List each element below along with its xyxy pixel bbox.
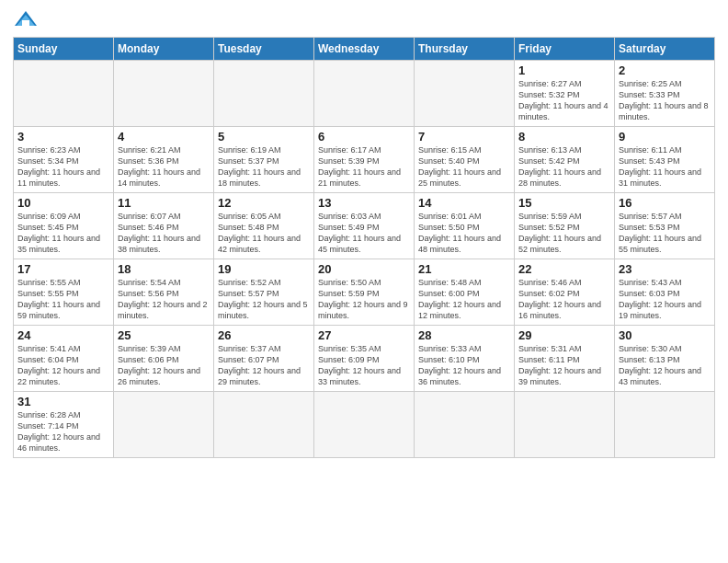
calendar-cell: 20Sunrise: 5:50 AM Sunset: 5:59 PM Dayli… bbox=[314, 259, 415, 326]
day-number: 31 bbox=[17, 395, 109, 408]
calendar-cell bbox=[415, 61, 515, 127]
day-number: 18 bbox=[118, 262, 210, 276]
day-info: Sunrise: 5:48 AM Sunset: 6:00 PM Dayligh… bbox=[418, 277, 510, 322]
logo bbox=[13, 9, 44, 29]
calendar-cell: 27Sunrise: 5:35 AM Sunset: 6:09 PM Dayli… bbox=[314, 326, 415, 392]
day-number: 1 bbox=[518, 63, 610, 77]
day-info: Sunrise: 6:15 AM Sunset: 5:40 PM Dayligh… bbox=[418, 144, 510, 190]
day-number: 9 bbox=[619, 130, 711, 144]
calendar-cell bbox=[14, 61, 114, 127]
day-info: Sunrise: 5:54 AM Sunset: 5:56 PM Dayligh… bbox=[118, 277, 210, 322]
day-info: Sunrise: 5:39 AM Sunset: 6:06 PM Dayligh… bbox=[118, 343, 210, 388]
day-number: 22 bbox=[518, 262, 610, 276]
calendar-cell: 16Sunrise: 5:57 AM Sunset: 5:53 PM Dayli… bbox=[615, 193, 715, 259]
day-info: Sunrise: 6:27 AM Sunset: 5:32 PM Dayligh… bbox=[518, 78, 610, 123]
day-number: 3 bbox=[17, 130, 109, 144]
day-number: 20 bbox=[318, 262, 410, 276]
calendar-cell: 25Sunrise: 5:39 AM Sunset: 6:06 PM Dayli… bbox=[114, 326, 214, 392]
calendar-table: SundayMondayTuesdayWednesdayThursdayFrid… bbox=[13, 37, 715, 458]
week-row-5: 24Sunrise: 5:41 AM Sunset: 6:04 PM Dayli… bbox=[14, 326, 715, 392]
calendar-cell: 2Sunrise: 6:25 AM Sunset: 5:33 PM Daylig… bbox=[615, 61, 715, 127]
calendar-cell: 28Sunrise: 5:33 AM Sunset: 6:10 PM Dayli… bbox=[415, 326, 515, 392]
day-info: Sunrise: 6:09 AM Sunset: 5:45 PM Dayligh… bbox=[17, 211, 109, 256]
day-info: Sunrise: 6:28 AM Sunset: 7:14 PM Dayligh… bbox=[17, 409, 109, 454]
calendar-cell: 3Sunrise: 6:23 AM Sunset: 5:34 PM Daylig… bbox=[14, 127, 114, 193]
calendar-cell: 18Sunrise: 5:54 AM Sunset: 5:56 PM Dayli… bbox=[114, 259, 214, 326]
day-info: Sunrise: 6:21 AM Sunset: 5:36 PM Dayligh… bbox=[118, 144, 210, 190]
calendar-cell: 11Sunrise: 6:07 AM Sunset: 5:46 PM Dayli… bbox=[114, 193, 214, 259]
calendar-cell: 19Sunrise: 5:52 AM Sunset: 5:57 PM Dayli… bbox=[214, 259, 314, 326]
day-number: 30 bbox=[619, 328, 711, 342]
week-row-3: 10Sunrise: 6:09 AM Sunset: 5:45 PM Dayli… bbox=[14, 193, 715, 259]
calendar-cell: 7Sunrise: 6:15 AM Sunset: 5:40 PM Daylig… bbox=[415, 127, 515, 193]
day-number: 28 bbox=[418, 328, 510, 342]
day-info: Sunrise: 5:43 AM Sunset: 6:03 PM Dayligh… bbox=[619, 277, 711, 322]
day-info: Sunrise: 5:33 AM Sunset: 6:10 PM Dayligh… bbox=[418, 343, 510, 388]
calendar-cell: 1Sunrise: 6:27 AM Sunset: 5:32 PM Daylig… bbox=[515, 61, 615, 127]
day-number: 6 bbox=[318, 130, 410, 144]
calendar-cell: 22Sunrise: 5:46 AM Sunset: 6:02 PM Dayli… bbox=[515, 259, 615, 326]
calendar-cell bbox=[214, 392, 314, 458]
day-info: Sunrise: 5:59 AM Sunset: 5:52 PM Dayligh… bbox=[518, 211, 610, 256]
day-info: Sunrise: 5:50 AM Sunset: 5:59 PM Dayligh… bbox=[318, 277, 410, 322]
day-number: 4 bbox=[118, 130, 210, 144]
weekday-header-friday: Friday bbox=[515, 38, 615, 61]
week-row-4: 17Sunrise: 5:55 AM Sunset: 5:55 PM Dayli… bbox=[14, 259, 715, 326]
day-info: Sunrise: 5:57 AM Sunset: 5:53 PM Dayligh… bbox=[619, 211, 711, 256]
day-number: 17 bbox=[17, 262, 109, 276]
day-number: 11 bbox=[118, 196, 210, 210]
logo-area bbox=[13, 9, 44, 29]
day-number: 19 bbox=[218, 262, 310, 276]
day-info: Sunrise: 5:35 AM Sunset: 6:09 PM Dayligh… bbox=[318, 343, 410, 388]
day-info: Sunrise: 6:01 AM Sunset: 5:50 PM Dayligh… bbox=[418, 211, 510, 256]
weekday-header-tuesday: Tuesday bbox=[214, 38, 314, 61]
calendar-cell: 17Sunrise: 5:55 AM Sunset: 5:55 PM Dayli… bbox=[14, 259, 114, 326]
day-number: 27 bbox=[318, 328, 410, 342]
day-info: Sunrise: 5:30 AM Sunset: 6:13 PM Dayligh… bbox=[619, 343, 711, 388]
calendar-cell bbox=[415, 392, 515, 458]
calendar-cell bbox=[114, 392, 214, 458]
week-row-1: 1Sunrise: 6:27 AM Sunset: 5:32 PM Daylig… bbox=[14, 61, 715, 127]
calendar-cell: 4Sunrise: 6:21 AM Sunset: 5:36 PM Daylig… bbox=[114, 127, 214, 193]
day-number: 10 bbox=[17, 196, 109, 210]
day-number: 13 bbox=[318, 196, 410, 210]
day-info: Sunrise: 5:55 AM Sunset: 5:55 PM Dayligh… bbox=[17, 277, 109, 322]
weekday-header-row: SundayMondayTuesdayWednesdayThursdayFrid… bbox=[14, 38, 715, 61]
calendar-cell: 13Sunrise: 6:03 AM Sunset: 5:49 PM Dayli… bbox=[314, 193, 415, 259]
day-info: Sunrise: 5:52 AM Sunset: 5:57 PM Dayligh… bbox=[218, 277, 310, 322]
header bbox=[13, 9, 715, 29]
day-number: 5 bbox=[218, 130, 310, 144]
calendar-cell bbox=[114, 61, 214, 127]
calendar-page: SundayMondayTuesdayWednesdayThursdayFrid… bbox=[0, 0, 728, 563]
week-row-6: 31Sunrise: 6:28 AM Sunset: 7:14 PM Dayli… bbox=[14, 392, 715, 458]
day-info: Sunrise: 5:37 AM Sunset: 6:07 PM Dayligh… bbox=[218, 343, 310, 388]
calendar-cell: 21Sunrise: 5:48 AM Sunset: 6:00 PM Dayli… bbox=[415, 259, 515, 326]
day-info: Sunrise: 6:19 AM Sunset: 5:37 PM Dayligh… bbox=[218, 144, 310, 190]
day-info: Sunrise: 5:31 AM Sunset: 6:11 PM Dayligh… bbox=[518, 343, 610, 388]
weekday-header-sunday: Sunday bbox=[14, 38, 114, 61]
day-number: 15 bbox=[518, 196, 610, 210]
calendar-cell: 24Sunrise: 5:41 AM Sunset: 6:04 PM Dayli… bbox=[14, 326, 114, 392]
day-number: 25 bbox=[118, 328, 210, 342]
day-info: Sunrise: 6:11 AM Sunset: 5:43 PM Dayligh… bbox=[619, 144, 711, 190]
day-number: 26 bbox=[218, 328, 310, 342]
day-number: 2 bbox=[619, 63, 711, 77]
calendar-cell: 15Sunrise: 5:59 AM Sunset: 5:52 PM Dayli… bbox=[515, 193, 615, 259]
day-number: 24 bbox=[17, 328, 109, 342]
day-info: Sunrise: 6:07 AM Sunset: 5:46 PM Dayligh… bbox=[118, 211, 210, 256]
svg-rect-3 bbox=[22, 20, 29, 26]
day-number: 8 bbox=[518, 130, 610, 144]
calendar-cell: 23Sunrise: 5:43 AM Sunset: 6:03 PM Dayli… bbox=[615, 259, 715, 326]
day-number: 14 bbox=[418, 196, 510, 210]
day-number: 12 bbox=[218, 196, 310, 210]
day-info: Sunrise: 6:03 AM Sunset: 5:49 PM Dayligh… bbox=[318, 211, 410, 256]
calendar-cell: 6Sunrise: 6:17 AM Sunset: 5:39 PM Daylig… bbox=[314, 127, 415, 193]
weekday-header-monday: Monday bbox=[114, 38, 214, 61]
week-row-2: 3Sunrise: 6:23 AM Sunset: 5:34 PM Daylig… bbox=[14, 127, 715, 193]
day-number: 16 bbox=[619, 196, 711, 210]
day-info: Sunrise: 6:17 AM Sunset: 5:39 PM Dayligh… bbox=[318, 144, 410, 190]
day-info: Sunrise: 5:46 AM Sunset: 6:02 PM Dayligh… bbox=[518, 277, 610, 322]
calendar-cell bbox=[515, 392, 615, 458]
calendar-cell: 9Sunrise: 6:11 AM Sunset: 5:43 PM Daylig… bbox=[615, 127, 715, 193]
logo-icon bbox=[13, 9, 39, 29]
